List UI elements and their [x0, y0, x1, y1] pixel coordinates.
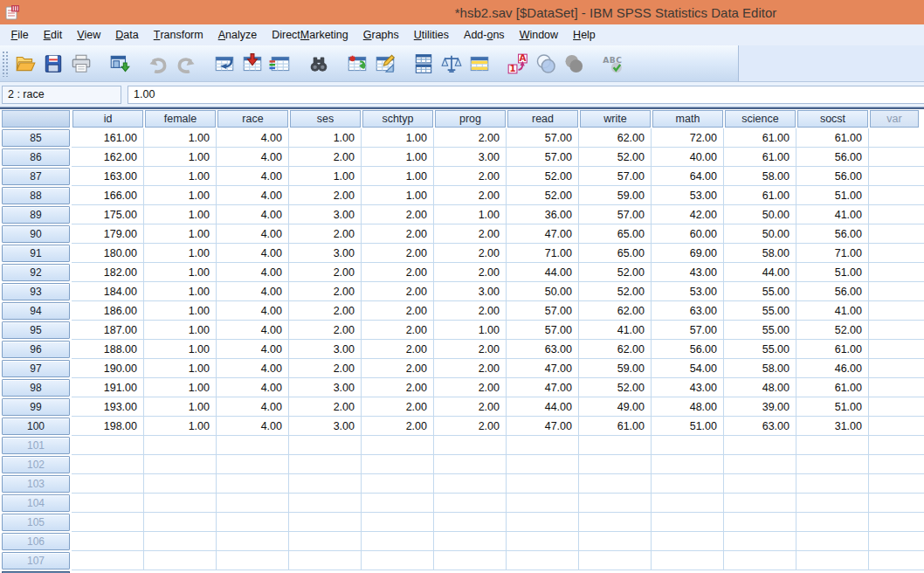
cell-87-prog[interactable]: 2.00: [434, 167, 507, 186]
cell-104-schtyp[interactable]: [362, 494, 434, 513]
cell-90-schtyp[interactable]: 2.00: [362, 224, 434, 244]
cell-92-id[interactable]: 182.00: [72, 263, 144, 282]
cell-106-var[interactable]: [869, 532, 924, 551]
cell-101-prog[interactable]: [434, 436, 507, 455]
cell-89-schtyp[interactable]: 2.00: [362, 205, 434, 224]
variable-sets-button[interactable]: [532, 49, 560, 79]
cell-90-id[interactable]: 179.00: [72, 224, 144, 244]
cell-102-prog[interactable]: [434, 455, 507, 474]
cell-99-write[interactable]: 49.00: [579, 397, 652, 417]
cell-96-id[interactable]: 188.00: [72, 340, 144, 359]
cell-91-write[interactable]: 65.00: [579, 244, 652, 263]
cell-85-ses[interactable]: 1.00: [289, 128, 362, 148]
cell-102-schtyp[interactable]: [362, 455, 434, 474]
cell-104-write[interactable]: [579, 494, 652, 513]
cell-91-schtyp[interactable]: 2.00: [362, 244, 434, 263]
cell-102-female[interactable]: [144, 455, 217, 474]
cell-106-prog[interactable]: [434, 532, 507, 551]
row-header-97[interactable]: 97: [2, 360, 70, 377]
find-button[interactable]: [305, 49, 333, 79]
cell-88-socst[interactable]: 51.00: [796, 186, 869, 205]
cell-96-race[interactable]: 4.00: [217, 340, 289, 359]
cell-85-socst[interactable]: 61.00: [796, 128, 869, 148]
cell-95-prog[interactable]: 1.00: [434, 321, 507, 340]
cell-105-write[interactable]: [579, 513, 652, 532]
cell-103-prog[interactable]: [434, 474, 507, 494]
cell-96-math[interactable]: 56.00: [652, 340, 724, 359]
cell-103-race[interactable]: [217, 474, 289, 494]
cell-85-female[interactable]: 1.00: [144, 128, 217, 148]
cell-103-read[interactable]: [507, 474, 579, 494]
spell-check-button[interactable]: ABC: [598, 49, 626, 79]
cell-104-female[interactable]: [144, 494, 217, 513]
cell-95-socst[interactable]: 52.00: [796, 321, 869, 340]
cell-107-var[interactable]: [869, 551, 924, 570]
cell-107-ses[interactable]: [289, 551, 362, 570]
cell-105-socst[interactable]: [796, 513, 869, 532]
cell-107-write[interactable]: [579, 551, 652, 570]
menu-file[interactable]: File: [3, 24, 36, 45]
cell-101-write[interactable]: [579, 436, 652, 455]
cell-86-math[interactable]: 40.00: [652, 148, 724, 167]
cell-98-ses[interactable]: 3.00: [289, 378, 362, 397]
column-header-female[interactable]: female: [145, 110, 216, 128]
column-header-ses[interactable]: ses: [290, 110, 361, 128]
cell-86-socst[interactable]: 56.00: [796, 148, 869, 167]
cell-93-var[interactable]: [869, 282, 924, 301]
cell-value-input[interactable]: [128, 86, 924, 104]
cell-107-race[interactable]: [217, 551, 289, 570]
cell-105-race[interactable]: [217, 513, 289, 532]
cell-105-id[interactable]: [72, 513, 144, 532]
cell-105-schtyp[interactable]: [362, 513, 434, 532]
cell-90-var[interactable]: [869, 224, 924, 244]
cell-103-math[interactable]: [652, 474, 724, 494]
redo-button[interactable]: [172, 49, 200, 79]
menu-help[interactable]: Help: [566, 24, 603, 45]
menu-window[interactable]: Window: [512, 24, 565, 45]
cell-106-schtyp[interactable]: [362, 532, 434, 551]
cell-100-read[interactable]: 47.00: [507, 417, 579, 436]
cell-95-race[interactable]: 4.00: [217, 321, 289, 340]
cell-90-ses[interactable]: 2.00: [289, 224, 362, 244]
cell-92-math[interactable]: 43.00: [652, 263, 724, 282]
cell-93-ses[interactable]: 2.00: [289, 282, 362, 301]
column-header-math[interactable]: math: [652, 110, 723, 128]
cell-94-ses[interactable]: 2.00: [289, 301, 362, 321]
cell-87-id[interactable]: 163.00: [72, 167, 144, 186]
cell-100-race[interactable]: 4.00: [217, 417, 289, 436]
cell-86-science[interactable]: 61.00: [724, 148, 796, 167]
cell-99-var[interactable]: [869, 397, 924, 417]
cell-106-id[interactable]: [72, 532, 144, 551]
column-header-id[interactable]: id: [72, 110, 143, 128]
cell-86-race[interactable]: 4.00: [217, 148, 289, 167]
cell-99-id[interactable]: 193.00: [72, 397, 144, 417]
cell-101-science[interactable]: [724, 436, 796, 455]
cell-97-schtyp[interactable]: 2.00: [362, 359, 434, 378]
cell-87-read[interactable]: 52.00: [507, 167, 579, 186]
cell-98-schtyp[interactable]: 2.00: [362, 378, 434, 397]
cell-92-prog[interactable]: 2.00: [434, 263, 507, 282]
cell-100-id[interactable]: 198.00: [72, 417, 144, 436]
cell-106-race[interactable]: [217, 532, 289, 551]
cell-91-math[interactable]: 69.00: [652, 244, 724, 263]
cell-105-prog[interactable]: [434, 513, 507, 532]
cell-101-schtyp[interactable]: [362, 436, 434, 455]
column-header-prog[interactable]: prog: [435, 110, 506, 128]
cell-93-id[interactable]: 184.00: [72, 282, 144, 301]
row-header-102[interactable]: 102: [2, 456, 70, 473]
cell-104-science[interactable]: [724, 494, 796, 513]
cell-99-schtyp[interactable]: 2.00: [362, 397, 434, 417]
cell-87-schtyp[interactable]: 1.00: [362, 167, 434, 186]
insert-variable-button[interactable]: [371, 49, 399, 79]
cell-101-ses[interactable]: [289, 436, 362, 455]
cell-102-read[interactable]: [507, 455, 579, 474]
cell-88-var[interactable]: [869, 186, 924, 205]
cell-100-write[interactable]: 61.00: [579, 417, 652, 436]
cell-91-id[interactable]: 180.00: [72, 244, 144, 263]
cell-85-id[interactable]: 161.00: [72, 128, 144, 148]
cell-95-write[interactable]: 41.00: [579, 321, 652, 340]
cell-98-var[interactable]: [869, 378, 924, 397]
cell-93-read[interactable]: 50.00: [507, 282, 579, 301]
weight-cases-button[interactable]: [438, 49, 465, 79]
menu-utilities[interactable]: Utilities: [406, 24, 456, 45]
